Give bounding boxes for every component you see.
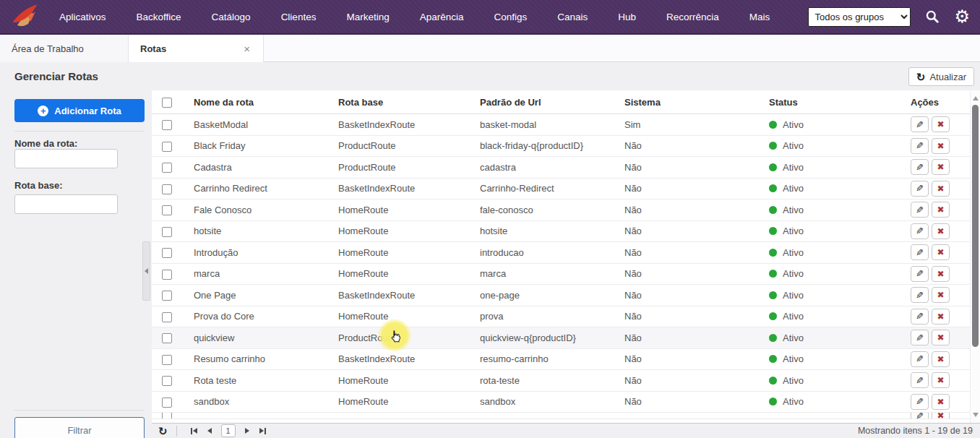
nav-item-mais[interactable]: Mais <box>749 12 770 22</box>
row-checkbox[interactable] <box>162 413 172 419</box>
edit-button[interactable]: ✎ <box>911 309 929 325</box>
edit-button[interactable]: ✎ <box>911 330 929 345</box>
table-row[interactable]: Black Friday ProductRoute black-friday-q… <box>152 136 980 158</box>
edit-button[interactable]: ✎ <box>911 287 929 303</box>
table-row[interactable]: Fale Conosco HomeRoute fale-conosco Não … <box>152 199 980 221</box>
table-row[interactable]: BasketModal BasketIndexRoute basket-moda… <box>152 114 980 136</box>
delete-button[interactable]: ✖ <box>932 351 950 367</box>
cell-url-pattern: prova <box>473 311 617 322</box>
pencil-icon: ✎ <box>916 376 924 385</box>
delete-button[interactable]: ✖ <box>932 266 950 282</box>
edit-button[interactable]: ✎ <box>911 223 929 239</box>
nav-item-configs[interactable]: Configs <box>494 12 527 22</box>
cell-url-pattern: hotsite <box>473 226 617 236</box>
edit-button[interactable]: ✎ <box>911 413 929 419</box>
table-row[interactable]: hotsite HomeRoute hotsite Não Ativo ✎ ✖ <box>152 221 980 243</box>
delete-button[interactable]: ✖ <box>932 287 950 303</box>
row-checkbox[interactable] <box>162 398 172 408</box>
scroll-down-icon[interactable] <box>973 413 979 417</box>
next-page-button[interactable] <box>245 428 249 434</box>
last-page-button[interactable] <box>259 428 266 434</box>
edit-button[interactable]: ✎ <box>911 244 929 260</box>
edit-button[interactable]: ✎ <box>911 116 929 132</box>
nav-item-hub[interactable]: Hub <box>618 12 636 22</box>
nav-item-marketing[interactable]: Marketing <box>346 12 389 22</box>
nav-item-clientes[interactable]: Clientes <box>281 12 317 22</box>
nav-item-catalogo[interactable]: Catálogo <box>212 12 251 22</box>
gear-icon[interactable]: ⚙ <box>954 8 970 25</box>
delete-x-icon: ✖ <box>937 291 944 299</box>
select-all-checkbox[interactable] <box>162 98 172 108</box>
row-checkbox[interactable] <box>162 291 172 301</box>
row-checkbox[interactable] <box>162 248 172 258</box>
row-checkbox[interactable] <box>162 333 172 343</box>
pagination-refresh-icon[interactable]: ↻ <box>158 426 168 437</box>
table-row[interactable]: Cadastra ProductRoute cadastra Não Ativo… <box>152 157 980 179</box>
row-checkbox[interactable] <box>162 205 172 215</box>
row-checkbox[interactable] <box>162 184 172 194</box>
table-row[interactable]: Carrinho Redirect BasketIndexRoute Carri… <box>152 179 980 200</box>
table-row[interactable]: marca HomeRoute marca Não Ativo ✎ ✖ <box>152 264 980 285</box>
nav-item-recorrencia[interactable]: Recorrência <box>666 12 719 22</box>
edit-button[interactable]: ✎ <box>911 138 929 154</box>
group-select[interactable]: Todos os grupos <box>808 7 911 27</box>
delete-button[interactable]: ✖ <box>932 394 950 410</box>
row-checkbox[interactable] <box>162 163 172 173</box>
status-label: Ativo <box>783 226 804 236</box>
table-row[interactable]: Rota teste HomeRoute rota-teste Não Ativ… <box>152 370 980 392</box>
delete-button[interactable]: ✖ <box>932 309 950 325</box>
delete-button[interactable]: ✖ <box>932 372 950 388</box>
row-checkbox[interactable] <box>162 120 172 130</box>
edit-button[interactable]: ✎ <box>911 394 929 410</box>
delete-button[interactable]: ✖ <box>932 181 950 197</box>
cell-system: Não <box>617 375 762 386</box>
delete-button[interactable]: ✖ <box>932 138 950 154</box>
filter-button[interactable]: Filtrar <box>14 417 145 438</box>
nav-item-aparencia[interactable]: Aparência <box>420 12 464 22</box>
row-checkbox[interactable] <box>162 312 172 322</box>
table-row[interactable]: sandbox HomeRoute sandbox Não Ativo ✎ ✖ <box>152 392 980 413</box>
edit-button[interactable]: ✎ <box>911 266 929 282</box>
table-row[interactable]: Resumo carrinho BasketIndexRoute resumo-… <box>152 349 980 371</box>
table-row[interactable]: quickview ProductRoute quickview-q{produ… <box>152 327 980 349</box>
route-base-input[interactable] <box>14 194 118 214</box>
current-page-box[interactable]: 1 <box>221 424 236 437</box>
tab-close-icon[interactable]: × <box>242 43 252 55</box>
search-icon[interactable] <box>925 9 940 24</box>
prev-page-button[interactable] <box>207 428 212 434</box>
delete-button[interactable]: ✖ <box>932 413 950 419</box>
scrollbar-thumb[interactable] <box>972 105 979 347</box>
edit-button[interactable]: ✎ <box>911 351 929 367</box>
scroll-up-icon[interactable] <box>973 96 979 100</box>
first-page-button[interactable] <box>191 428 197 434</box>
delete-button[interactable]: ✖ <box>932 244 950 260</box>
row-checkbox[interactable] <box>162 142 172 152</box>
table-row[interactable]: Prova do Core HomeRoute prova Não Ativo … <box>152 306 980 328</box>
add-route-button[interactable]: + Adicionar Rota <box>14 99 145 122</box>
tab-workspace[interactable]: Área de Trabalho <box>0 35 129 62</box>
delete-x-icon: ✖ <box>937 142 944 150</box>
vertical-scrollbar[interactable] <box>970 90 980 423</box>
edit-button[interactable]: ✎ <box>911 159 929 175</box>
refresh-button[interactable]: ↻ Atualizar <box>908 67 974 86</box>
nav-item-canais[interactable]: Canais <box>557 12 588 22</box>
table-row[interactable]: Introdução HomeRoute introducao Não Ativ… <box>152 242 980 264</box>
row-checkbox[interactable] <box>162 227 172 237</box>
edit-button[interactable]: ✎ <box>911 181 929 197</box>
row-checkbox[interactable] <box>162 376 172 386</box>
nav-item-aplicativos[interactable]: Aplicativos <box>59 12 106 22</box>
edit-button[interactable]: ✎ <box>911 372 929 388</box>
delete-button[interactable]: ✖ <box>932 116 950 132</box>
delete-button[interactable]: ✖ <box>932 223 950 239</box>
table-row[interactable]: One Page BasketIndexRoute one-page Não A… <box>152 285 980 306</box>
delete-button[interactable]: ✖ <box>932 330 950 345</box>
edit-button[interactable]: ✎ <box>911 202 929 218</box>
sidebar-collapse-handle[interactable] <box>142 241 150 301</box>
row-checkbox[interactable] <box>162 270 172 280</box>
tab-rotas[interactable]: Rotas × <box>129 35 264 62</box>
row-checkbox[interactable] <box>162 355 172 365</box>
delete-button[interactable]: ✖ <box>932 202 950 218</box>
nav-item-backoffice[interactable]: Backoffice <box>137 12 181 22</box>
delete-button[interactable]: ✖ <box>932 159 950 175</box>
route-name-input[interactable] <box>14 149 118 168</box>
